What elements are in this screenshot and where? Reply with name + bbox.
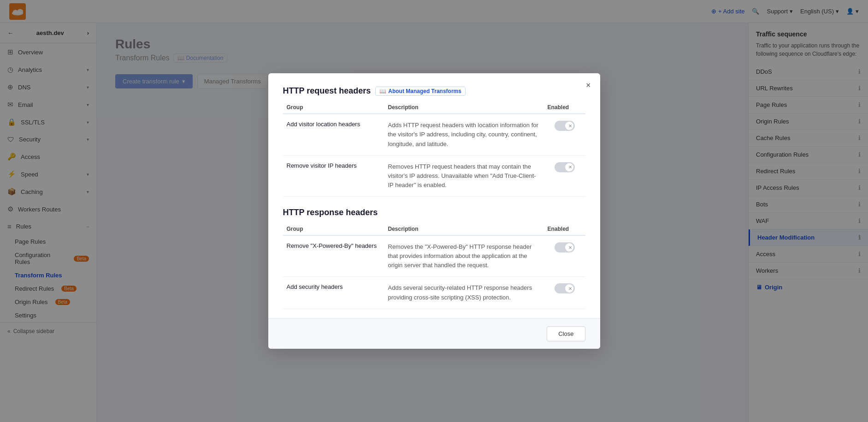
toggle-add-security-headers[interactable]: ✕	[555, 283, 575, 293]
toggle-remove-x-powered-by[interactable]: ✕	[555, 242, 575, 252]
response-headers-section-title: HTTP response headers	[283, 208, 585, 217]
toggle-x-icon: ✕	[568, 123, 572, 129]
toggle-add-visitor-location[interactable]: ✕	[555, 121, 575, 131]
request-headers-section-title: HTTP request headers 📖 About Managed Tra…	[283, 86, 585, 96]
modal-overlay[interactable]: × HTTP request headers 📖 About Managed T…	[0, 0, 868, 422]
table-row: Remove visitor IP headers Removes HTTP r…	[283, 155, 585, 196]
row-enabled: ✕	[544, 235, 585, 277]
toggle-x-icon: ✕	[568, 245, 572, 250]
row-group: Remove visitor IP headers	[283, 155, 384, 196]
row-enabled: ✕	[544, 114, 585, 155]
row-description: Adds HTTP request headers with location …	[384, 114, 544, 155]
col-group: Group	[283, 101, 384, 114]
row-group: Add visitor location headers	[283, 114, 384, 155]
modal-footer: Close	[268, 318, 600, 349]
col-enabled: Enabled	[544, 223, 585, 235]
row-enabled: ✕	[544, 155, 585, 196]
table-row: Add security headers Adds several securi…	[283, 277, 585, 309]
close-button[interactable]: Close	[547, 326, 585, 341]
row-group: Remove "X-Powered-By" headers	[283, 235, 384, 277]
row-description: Removes the "X-Powered-By" HTTP response…	[384, 235, 544, 277]
modal-body: × HTTP request headers 📖 About Managed T…	[268, 73, 600, 309]
managed-transforms-modal: × HTTP request headers 📖 About Managed T…	[268, 73, 600, 349]
table-row: Remove "X-Powered-By" headers Removes th…	[283, 235, 585, 277]
row-description: Adds several security-related HTTP respo…	[384, 277, 544, 309]
response-headers-table: Group Description Enabled Remove "X-Powe…	[283, 223, 585, 309]
col-enabled: Enabled	[544, 101, 585, 114]
request-headers-table: Group Description Enabled Add visitor lo…	[283, 101, 585, 197]
toggle-remove-visitor-ip[interactable]: ✕	[555, 162, 575, 172]
modal-close-button[interactable]: ×	[586, 81, 591, 90]
response-headers-section: HTTP response headers Group Description …	[283, 208, 585, 309]
row-description: Removes HTTP request headers that may co…	[384, 155, 544, 196]
toggle-x-icon: ✕	[568, 286, 572, 291]
row-group: Add security headers	[283, 277, 384, 309]
about-managed-transforms-link[interactable]: 📖 About Managed Transforms	[375, 87, 466, 96]
col-group: Group	[283, 223, 384, 235]
col-description: Description	[384, 223, 544, 235]
col-description: Description	[384, 101, 544, 114]
toggle-x-icon: ✕	[568, 164, 572, 170]
row-enabled: ✕	[544, 277, 585, 309]
table-row: Add visitor location headers Adds HTTP r…	[283, 114, 585, 155]
book-icon: 📖	[379, 88, 386, 94]
